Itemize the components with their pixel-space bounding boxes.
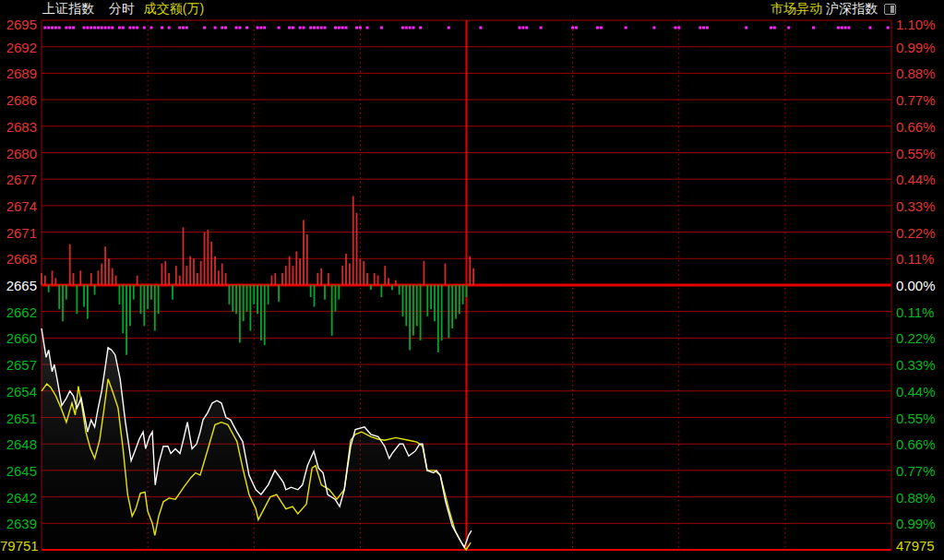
percent-axis-label: 1.10%	[896, 18, 936, 31]
price-axis-label: 2680	[0, 146, 37, 160]
signal-dot	[214, 27, 217, 30]
signal-dot	[540, 27, 543, 30]
percent-axis-label: 0.33%	[896, 358, 936, 372]
price-axis-label: 2671	[0, 225, 37, 239]
price-axis-label: 2660	[0, 331, 37, 345]
signal-dot	[224, 27, 227, 30]
price-axis-label: 2654	[0, 384, 37, 398]
percent-axis-label: 0.22%	[896, 331, 936, 345]
percent-axis-label: 0.44%	[896, 384, 936, 398]
price-axis-label: 2651	[0, 411, 37, 424]
signal-dot	[419, 27, 422, 30]
signal-dot	[847, 27, 850, 30]
signal-dot	[93, 27, 96, 30]
signal-dot	[770, 27, 772, 30]
price-axis-label: 2665	[0, 279, 37, 292]
signal-dot	[674, 27, 676, 30]
signal-dot	[448, 27, 450, 30]
price-axis-label: 2689	[0, 66, 37, 80]
signal-dot	[178, 27, 181, 30]
intraday-chart-canvas[interactable]	[0, 0, 944, 560]
signal-dot	[90, 27, 92, 30]
signal-dot	[596, 27, 599, 30]
signal-dot	[161, 27, 163, 30]
signal-dot	[317, 27, 319, 30]
signal-dot	[773, 27, 776, 30]
signal-dot	[149, 27, 152, 30]
signal-dot	[571, 27, 574, 30]
signal-dot	[302, 27, 305, 30]
signal-dot	[745, 27, 747, 30]
price-axis-label: 2674	[0, 198, 37, 212]
signal-dot	[652, 27, 655, 30]
signal-dot	[182, 27, 185, 30]
signal-dot	[405, 27, 408, 30]
price-axis-label: 2686	[0, 93, 37, 107]
signal-dot	[136, 27, 138, 30]
percent-axis-label: 0.11%	[896, 304, 934, 318]
signal-dot	[324, 27, 327, 30]
price-axis-label: 2639	[0, 517, 37, 530]
signal-dot	[122, 27, 125, 30]
signal-dot	[128, 27, 131, 30]
signal-dot	[575, 27, 578, 30]
percent-axis-label: 0.77%	[896, 463, 936, 477]
signal-dot	[111, 27, 114, 30]
signal-dot	[54, 27, 57, 30]
signal-dot	[143, 27, 146, 30]
percent-axis-label: 0.11%	[896, 252, 934, 266]
price-axis-label: 2692	[0, 40, 37, 54]
signal-dot	[118, 27, 121, 30]
signal-dot	[380, 27, 383, 30]
signal-dot	[235, 27, 238, 30]
signal-dot	[43, 27, 46, 30]
signal-dot	[168, 27, 171, 30]
percent-axis-label: 0.00%	[896, 279, 936, 292]
signal-dot	[47, 27, 50, 30]
percent-axis-label: 0.33%	[896, 198, 936, 212]
signal-dot	[359, 27, 362, 30]
signal-dot	[401, 27, 404, 30]
signal-dot	[334, 27, 337, 30]
price-axis-label: 2645	[0, 463, 37, 477]
signal-dot	[101, 27, 103, 30]
signal-dot	[841, 27, 843, 30]
price-axis-label: 2695	[0, 18, 37, 31]
volume-axis-max-left: 79751	[0, 539, 37, 553]
percent-axis-label: 0.55%	[896, 146, 936, 160]
price-axis-label: 2683	[0, 119, 37, 133]
signal-dot	[259, 27, 262, 30]
signal-dot	[521, 27, 524, 30]
signal-dot	[97, 27, 100, 30]
signal-dot	[309, 27, 312, 30]
price-axis-label: 2657	[0, 358, 37, 372]
percent-axis-label: 0.44%	[896, 173, 936, 186]
stock-app-window: 上证指数 分时 成交额(万) 市场异动 沪深指数 269526922689268…	[0, 0, 944, 560]
percent-axis-label: 0.22%	[896, 225, 936, 239]
signal-dot	[409, 27, 412, 30]
signal-dot	[68, 27, 71, 30]
signal-dot	[278, 27, 281, 30]
percent-axis-label: 0.66%	[896, 119, 936, 133]
signal-dot	[366, 27, 369, 30]
signal-dot	[525, 27, 528, 30]
signal-dot	[313, 27, 316, 30]
percent-axis-label: 0.88%	[896, 66, 936, 80]
price-axis-label: 2677	[0, 173, 37, 186]
price-axis-label: 2668	[0, 252, 37, 266]
signal-dot	[203, 27, 206, 30]
signal-dot	[868, 27, 871, 30]
price-axis-label: 2648	[0, 437, 37, 451]
signal-dot	[299, 27, 302, 30]
signal-dot	[812, 27, 815, 30]
signal-dot	[479, 27, 482, 30]
signal-dot	[104, 27, 107, 30]
signal-dot	[887, 27, 890, 30]
percent-axis-label: 0.77%	[896, 93, 936, 107]
signal-dot	[320, 27, 323, 30]
signal-dot	[519, 27, 521, 30]
signal-dot	[58, 27, 61, 30]
price-axis-label: 2662	[0, 304, 37, 318]
signal-dot	[341, 27, 344, 30]
signal-dot	[677, 27, 680, 30]
